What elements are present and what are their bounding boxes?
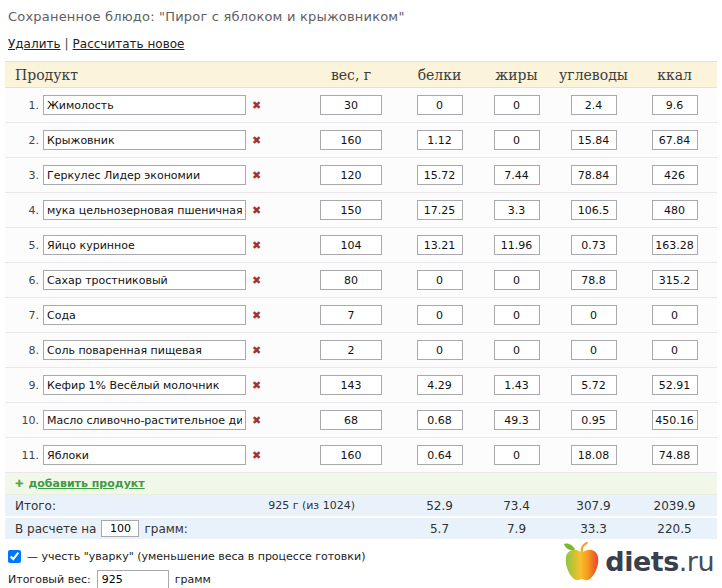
carbs-cell	[555, 235, 632, 255]
product-name-input[interactable]	[43, 445, 246, 465]
delete-product-icon[interactable]: ✖	[252, 450, 261, 461]
carbs-input[interactable]	[571, 165, 617, 185]
kcal-input[interactable]	[652, 410, 698, 430]
fat-cell	[478, 340, 555, 360]
carbs-input[interactable]	[571, 340, 617, 360]
delete-product-icon[interactable]: ✖	[252, 170, 261, 181]
protein-input[interactable]	[417, 270, 463, 290]
add-product-link[interactable]: добавить продукт	[28, 477, 144, 490]
carbs-input[interactable]	[571, 200, 617, 220]
protein-input[interactable]	[417, 375, 463, 395]
product-name-input[interactable]	[43, 270, 246, 290]
per-portion-amount-input[interactable]	[101, 520, 139, 537]
weight-input[interactable]	[320, 235, 382, 255]
protein-input[interactable]	[417, 130, 463, 150]
product-name-input[interactable]	[43, 235, 246, 255]
fat-input[interactable]	[494, 235, 540, 255]
protein-input[interactable]	[417, 305, 463, 325]
fat-input[interactable]	[494, 375, 540, 395]
carbs-input[interactable]	[571, 445, 617, 465]
delete-product-icon[interactable]: ✖	[252, 135, 261, 146]
final-weight-unit: грамм	[175, 573, 211, 586]
fat-input[interactable]	[494, 200, 540, 220]
weight-input[interactable]	[320, 95, 382, 115]
delete-product-icon[interactable]: ✖	[252, 240, 261, 251]
weight-input[interactable]	[320, 165, 382, 185]
carbs-input[interactable]	[571, 95, 617, 115]
fat-input[interactable]	[494, 410, 540, 430]
carbs-input[interactable]	[571, 270, 617, 290]
protein-input[interactable]	[417, 340, 463, 360]
product-name-input[interactable]	[43, 410, 246, 430]
kcal-cell	[632, 305, 717, 325]
kcal-cell	[632, 130, 717, 150]
delete-product-icon[interactable]: ✖	[252, 380, 261, 391]
product-name-input[interactable]	[43, 130, 246, 150]
delete-product-icon[interactable]: ✖	[252, 415, 261, 426]
protein-input[interactable]	[417, 410, 463, 430]
fat-input[interactable]	[494, 340, 540, 360]
protein-input[interactable]	[417, 165, 463, 185]
delete-product-icon[interactable]: ✖	[252, 275, 261, 286]
kcal-input[interactable]	[652, 95, 698, 115]
kcal-input[interactable]	[652, 165, 698, 185]
weight-cell	[301, 270, 401, 290]
product-cell: 6.✖	[5, 270, 301, 290]
delete-product-icon[interactable]: ✖	[252, 205, 261, 216]
carbs-input[interactable]	[571, 305, 617, 325]
fat-input[interactable]	[494, 445, 540, 465]
totals-label: Итого:	[5, 499, 241, 513]
protein-cell	[401, 235, 478, 255]
product-name-input[interactable]	[43, 340, 246, 360]
kcal-input[interactable]	[652, 445, 698, 465]
kcal-input[interactable]	[652, 235, 698, 255]
kcal-input[interactable]	[652, 340, 698, 360]
fat-input[interactable]	[494, 95, 540, 115]
weight-input[interactable]	[320, 445, 382, 465]
protein-input[interactable]	[417, 235, 463, 255]
recalculate-link[interactable]: Рассчитать новое	[73, 37, 185, 51]
weight-input[interactable]	[320, 305, 382, 325]
header-protein: белки	[401, 67, 478, 83]
product-name-input[interactable]	[43, 165, 246, 185]
weight-input[interactable]	[320, 375, 382, 395]
kcal-input[interactable]	[652, 270, 698, 290]
weight-input[interactable]	[320, 270, 382, 290]
product-cell: 4.✖	[5, 200, 301, 220]
shrink-checkbox[interactable]	[8, 550, 21, 563]
carbs-input[interactable]	[571, 375, 617, 395]
fat-input[interactable]	[494, 305, 540, 325]
kcal-input[interactable]	[652, 305, 698, 325]
protein-input[interactable]	[417, 445, 463, 465]
weight-input[interactable]	[320, 340, 382, 360]
product-name-input[interactable]	[43, 200, 246, 220]
carbs-cell	[555, 375, 632, 395]
product-name-input[interactable]	[43, 305, 246, 325]
carbs-input[interactable]	[571, 410, 617, 430]
delete-product-icon[interactable]: ✖	[252, 345, 261, 356]
protein-cell	[401, 375, 478, 395]
product-row: 5.✖	[5, 228, 717, 263]
fat-input[interactable]	[494, 165, 540, 185]
product-name-input[interactable]	[43, 375, 246, 395]
product-number: 8.	[15, 344, 39, 357]
delete-product-icon[interactable]: ✖	[252, 100, 261, 111]
kcal-input[interactable]	[652, 130, 698, 150]
final-weight-input[interactable]	[97, 570, 169, 588]
kcal-input[interactable]	[652, 200, 698, 220]
delete-product-icon[interactable]: ✖	[252, 310, 261, 321]
weight-input[interactable]	[320, 130, 382, 150]
carbs-cell	[555, 410, 632, 430]
fat-input[interactable]	[494, 270, 540, 290]
weight-input[interactable]	[320, 200, 382, 220]
fat-cell	[478, 200, 555, 220]
delete-dish-link[interactable]: Удалить	[8, 37, 61, 51]
kcal-input[interactable]	[652, 375, 698, 395]
carbs-input[interactable]	[571, 130, 617, 150]
protein-input[interactable]	[417, 95, 463, 115]
weight-input[interactable]	[320, 410, 382, 430]
carbs-input[interactable]	[571, 235, 617, 255]
fat-input[interactable]	[494, 130, 540, 150]
product-name-input[interactable]	[43, 95, 246, 115]
protein-input[interactable]	[417, 200, 463, 220]
